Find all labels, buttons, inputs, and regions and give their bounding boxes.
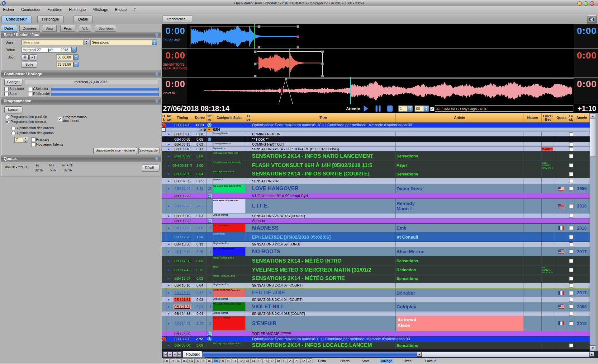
lock-checkbox[interactable]: [569, 268, 573, 272]
collapse-icon[interactable]: [154, 99, 159, 103]
play-button[interactable]: [363, 105, 369, 112]
schedule-row[interactable]: ▶08H 00:35 ∏2.00Infos Nationales et Inte…: [162, 161, 590, 170]
play-row-icon[interactable]: ▶: [168, 204, 170, 208]
column-header-titre[interactable]: Titre: [251, 113, 396, 122]
jour-plus-one-button[interactable]: +1: [29, 54, 37, 60]
radio-optimisation-durees[interactable]: [11, 126, 16, 130]
collapse-icon[interactable]: [154, 72, 159, 76]
schedule-row[interactable]: ▶08H 14:113.25305 TOP InternationalNO RO…: [162, 247, 590, 256]
station-spinner[interactable]: ▲▼: [152, 40, 157, 45]
subtab-donnes[interactable]: Données: [19, 25, 40, 32]
schedule-row[interactable]: ▶08H 09:223.00701 TOP FrançaisMADNESSEmk…: [162, 224, 590, 232]
footer-link-titres[interactable]: Titres: [402, 359, 413, 363]
lock-checkbox[interactable]: [569, 204, 573, 208]
tab-historique[interactable]: Historique: [37, 16, 64, 23]
hscroll-left-button[interactable]: ◀: [417, 352, 422, 357]
schedule-row[interactable]: ▶08H 18:100.04Jingles chantésSENSATIONS …: [162, 283, 590, 288]
subtab-dates[interactable]: Dates: [1, 25, 17, 32]
transport-count-spinner[interactable]: ▲▼: [408, 105, 413, 112]
schedule-row[interactable]: ▶08H 00:130.03Coming Next OUTCOMING NEXT…: [162, 142, 590, 147]
footer-link-editeur[interactable]: Editeur: [424, 359, 437, 363]
radio-optimisation-quotas[interactable]: [11, 131, 16, 135]
menu-affichage[interactable]: Affichage: [93, 7, 108, 12]
schedule-row[interactable]: 08H 28:09TOP FRANCAIS //////////: [162, 331, 590, 337]
menu-ecoute[interactable]: Ecoute: [115, 7, 126, 12]
play-row-icon[interactable]: ▶: [168, 259, 170, 263]
lock-checkbox[interactable]: [569, 298, 573, 302]
lock-checkbox[interactable]: [569, 277, 573, 281]
subtab-stats[interactable]: Stats: [42, 25, 57, 32]
play-row-icon[interactable]: ▶: [168, 305, 170, 308]
waveform-track-2[interactable]: 0:00SENSATIONS 2K14 04 [Court]0:00: [162, 49, 598, 77]
save-intermediate-button[interactable]: Sauvegarde intermédiaire: [93, 147, 137, 154]
collapse-icon[interactable]: [154, 33, 159, 37]
subtab-prop[interactable]: Prop.: [60, 25, 75, 32]
lock-checkbox[interactable]: [569, 132, 573, 136]
menu-conducteur[interactable]: Conducteur: [21, 7, 40, 12]
column-header-artiste[interactable]: Artiste: [396, 113, 524, 122]
hour-button-12[interactable]: 12: [238, 358, 244, 364]
radio-programmation-normale[interactable]: [5, 120, 9, 124]
save-button[interactable]: Sauvegarder: [138, 147, 159, 154]
lock-checkbox[interactable]: [569, 291, 573, 295]
hour-button-15[interactable]: 15: [257, 358, 263, 364]
vertical-scrollbar[interactable]: ▲ ▼: [590, 113, 596, 351]
jour-zero-button[interactable]: 0: [21, 54, 29, 60]
scroll-up-button[interactable]: ▲: [590, 113, 596, 119]
lock-checkbox[interactable]: [569, 235, 573, 239]
first-tab-button[interactable]: |◀: [163, 352, 168, 357]
expand-hour-cell[interactable]: +: [207, 128, 212, 132]
schedule-row[interactable]: ▶08H 21:310.03Jingles chantésSENSATIONS …: [162, 297, 590, 302]
column-header-quota[interactable]: Quota: [555, 113, 568, 122]
schedule-row[interactable]: ▶08H 17:420.25MétéoYVELINES METEO 3 MERC…: [162, 266, 590, 274]
minimize-button[interactable]: [577, 1, 582, 6]
lock-checkbox[interactable]: [569, 172, 573, 176]
lock-checkbox[interactable]: [569, 321, 573, 325]
selection-box[interactable]: [255, 51, 323, 76]
hour-button-17[interactable]: 17: [269, 358, 275, 364]
play-row-icon[interactable]: ▶: [168, 312, 170, 315]
column-header-linerbed[interactable]: Liner /Bed: [542, 113, 555, 122]
menu-fichier[interactable]: Fichier: [3, 7, 14, 12]
next-tab-button[interactable]: ▶: [173, 352, 177, 357]
squelette-checkbox[interactable]: [4, 87, 9, 91]
column-header-timing[interactable]: Timing: [172, 113, 193, 122]
screenshot-button[interactable]: [587, 15, 597, 24]
quota-count-spinner[interactable]: ▲▼: [23, 137, 28, 142]
horizontal-scroll-track[interactable]: [202, 352, 417, 357]
schedule-row[interactable]: ▶08H 13:580.13Jingles chantésSENSATIONS …: [162, 242, 590, 247]
hour-button-06[interactable]: 06: [201, 358, 206, 364]
footer-link-mixage[interactable]: Mixage: [380, 359, 393, 363]
schedule-row[interactable]: ▶08H 17:360.06Météo Habillage IntroSENSA…: [162, 256, 590, 266]
play-row-icon[interactable]: ▶: [168, 322, 170, 325]
pause-button[interactable]: [375, 105, 382, 112]
lock-checkbox[interactable]: [569, 250, 573, 254]
column-header-ope[interactable]: Ope: [246, 113, 251, 122]
time-start-spinner[interactable]: ▲▼: [74, 54, 78, 60]
subtab-sponsors[interactable]: Sponsors: [95, 25, 116, 32]
hour-button-19[interactable]: 19: [282, 358, 287, 364]
play-row-icon[interactable]: ▶: [168, 147, 170, 151]
play-row-icon[interactable]: ▶: [168, 277, 170, 280]
lock-checkbox[interactable]: [569, 147, 573, 151]
selection-handle[interactable]: [297, 35, 299, 38]
column-header-ok[interactable]: Ok: [162, 113, 166, 122]
station-tab[interactable]: Roubaix: [183, 351, 205, 357]
talents-checkbox[interactable]: [31, 142, 36, 147]
date-spinner[interactable]: ▲▼: [72, 47, 77, 53]
base-spinner[interactable]: ▲▼: [84, 40, 89, 45]
lock-checkbox[interactable]: [569, 305, 573, 309]
play-row-icon[interactable]: ▶: [168, 268, 170, 272]
lock-checkbox[interactable]: [569, 259, 573, 263]
prev-tab-button[interactable]: ◀: [168, 352, 172, 357]
hour-button-16[interactable]: 16: [263, 358, 269, 364]
lock-checkbox[interactable]: [569, 226, 573, 230]
schedule-row[interactable]: −+1:10+08H: [162, 128, 590, 132]
schedule-row[interactable]: 08H 06:22V1 Golds Inter 91 à 99 rempl Cy…: [162, 193, 590, 199]
footer-link-ecarts[interactable]: Ecarts: [339, 359, 351, 363]
autoplay-checkbox[interactable]: ✓: [430, 107, 434, 111]
schedule-row[interactable]: ▶08H 00:290.06Habillage Infos Natio Intr…: [162, 152, 590, 161]
schedule-row[interactable]: !08H 30:00-1:51Optimisation: Ecart maxim…: [162, 337, 590, 342]
schedule-row[interactable]: ▶08H 09:190.03Jingles chantésSENSATIONS …: [162, 213, 590, 218]
column-header-catégoriesujet[interactable]: Catégorie Sujet: [212, 113, 246, 122]
